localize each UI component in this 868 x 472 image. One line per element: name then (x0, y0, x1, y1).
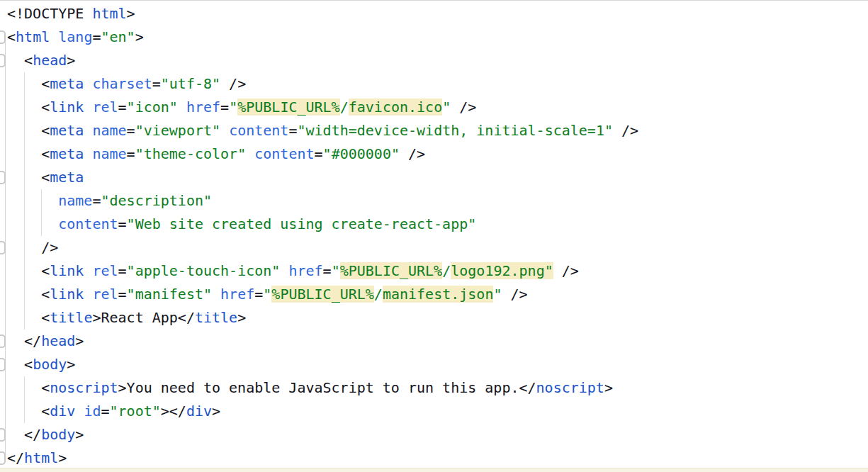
token-p: > (604, 379, 613, 396)
token-p: > (67, 356, 75, 373)
token-tag: body (33, 356, 67, 373)
token-p: /> (7, 239, 58, 256)
token-attr: lang (58, 28, 92, 45)
token-tag: link (50, 262, 84, 279)
token-attr: content (58, 215, 118, 232)
horizontal-scrollbar-track[interactable] (0, 468, 868, 472)
code-line-9[interactable]: name="description" (7, 189, 638, 213)
code-line-19[interactable]: </body> (7, 423, 638, 446)
token-p: </ (7, 426, 41, 443)
token-p (280, 262, 288, 279)
token-attr: name (92, 145, 126, 162)
token-p: = (118, 99, 127, 116)
token-p: < (7, 28, 16, 45)
token-tag: meta (50, 145, 84, 162)
token-p: </ (7, 332, 41, 349)
token-str: "viewport" (135, 122, 220, 139)
token-inj: %PUBLIC_URL% (237, 99, 340, 116)
token-p (212, 286, 220, 303)
code-line-11[interactable]: /> (7, 236, 638, 259)
token-tag: html (92, 5, 126, 22)
code-line-14[interactable]: <title>React App</title> (7, 306, 638, 330)
token-tag: noscript (536, 379, 604, 396)
token-attr: content (254, 145, 314, 162)
token-attr: name (92, 122, 126, 139)
code-editor-pane[interactable]: <!DOCTYPE html><html lang="en"> <head> <… (0, 0, 868, 472)
token-p (178, 99, 186, 116)
token-tag: html (16, 28, 50, 45)
token-p: = (118, 215, 127, 232)
token-p (7, 192, 58, 209)
code-line-2[interactable]: <html lang="en"> (7, 26, 638, 49)
token-attr: href (186, 99, 220, 116)
code-line-17[interactable]: <noscript>You need to enable JavaScript … (7, 376, 638, 400)
token-tag: meta (50, 75, 84, 92)
code-line-1[interactable]: <!DOCTYPE html> (7, 2, 638, 26)
code-line-10[interactable]: content="Web site created using create-r… (7, 213, 638, 236)
token-p: = (92, 192, 101, 209)
token-p: = (323, 262, 332, 279)
token-str: " (263, 286, 271, 303)
token-p (84, 122, 92, 139)
token-inj: %PUBLIC_URL% (271, 286, 374, 303)
token-p (84, 99, 92, 116)
token-str: "theme-color" (135, 145, 247, 162)
code-line-6[interactable]: <meta name="viewport" content="width=dev… (7, 119, 638, 142)
token-p (84, 286, 92, 303)
token-p (7, 215, 58, 232)
code-line-15[interactable]: </head> (7, 330, 638, 353)
token-p: < (7, 169, 50, 186)
token-p: < (7, 52, 33, 69)
token-tag: head (33, 52, 67, 69)
token-p: < (7, 356, 33, 373)
token-p: > (135, 28, 144, 45)
token-attr: href (220, 286, 254, 303)
token-p: > (212, 403, 220, 420)
token-p (84, 145, 92, 162)
token-p: = (152, 75, 161, 92)
code-line-12[interactable]: <link rel="apple-touch-icon" href="%PUBL… (7, 259, 638, 283)
token-str: "root" (110, 403, 161, 420)
code-line-3[interactable]: <head> (7, 49, 638, 72)
token-tag: noscript (50, 379, 118, 396)
token-p: = (127, 145, 135, 162)
token-p: = (254, 286, 263, 303)
code-line-4[interactable]: <meta charset="utf-8" /> (7, 72, 638, 96)
token-str: "description" (101, 192, 212, 209)
token-str: " (332, 262, 340, 279)
token-p: /> (502, 286, 527, 303)
token-p: < (7, 262, 50, 279)
token-p: > (75, 426, 84, 443)
token-str: / (374, 286, 383, 303)
token-p: < (7, 403, 50, 420)
code-area[interactable]: <!DOCTYPE html><html lang="en"> <head> <… (0, 1, 638, 470)
token-p (50, 28, 58, 45)
token-str: "manifest" (127, 286, 212, 303)
token-tag: title (50, 309, 92, 326)
token-inj: %PUBLIC_URL% (340, 262, 443, 279)
token-p: = (118, 262, 127, 279)
token-str: "icon" (127, 99, 178, 116)
token-p: >React App</ (92, 309, 195, 326)
code-line-13[interactable]: <link rel="manifest" href="%PUBLIC_URL%/… (7, 283, 638, 306)
token-p: = (220, 99, 229, 116)
token-attr: name (58, 192, 92, 209)
code-line-16[interactable]: <body> (7, 353, 638, 376)
code-line-18[interactable]: <div id="root"></div> (7, 400, 638, 423)
code-line-7[interactable]: <meta name="theme-color" content="#00000… (7, 142, 638, 166)
token-tag: title (195, 309, 237, 326)
token-p: /> (451, 99, 476, 116)
token-attr: rel (92, 286, 118, 303)
token-p: = (288, 122, 297, 139)
token-p: > (237, 309, 246, 326)
token-inj: logo192.png" (451, 262, 553, 279)
token-p: </ (7, 449, 24, 466)
token-p: /> (613, 122, 638, 139)
token-attr: charset (92, 75, 152, 92)
code-line-8[interactable]: <meta (7, 166, 638, 189)
code-line-5[interactable]: <link rel="icon" href="%PUBLIC_URL%/favi… (7, 96, 638, 119)
token-str: "apple-touch-icon" (127, 262, 281, 279)
code-line-20[interactable]: </html> (7, 446, 638, 470)
token-p: /> (553, 262, 579, 279)
token-tag: meta (50, 169, 84, 186)
